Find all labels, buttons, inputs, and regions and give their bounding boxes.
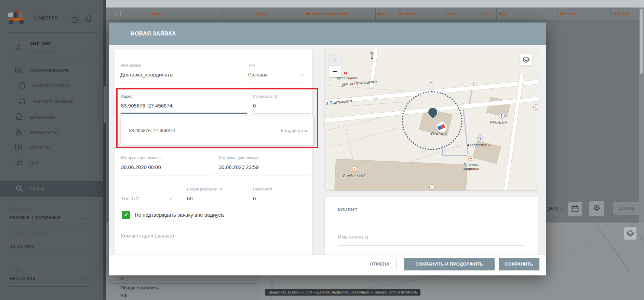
- client-name-input[interactable]: Имя клиента: [338, 234, 368, 240]
- chat-bubble-icon: [15, 159, 23, 166]
- interval-from-label: Интервал доставки от: [121, 156, 161, 160]
- sidebar: Logistics ? olsh_test GMT +03:00 ▼: [0, 0, 103, 300]
- poi-label: РРБ-Банк: [490, 120, 507, 124]
- logistics-scooter-logo: [8, 9, 25, 25]
- sidebar-item-import-orders[interactable]: ИМПОРТ ЗАЯВОК: [0, 97, 103, 106]
- page-plus-icon: [18, 82, 25, 89]
- search-icon: [16, 185, 23, 192]
- summary-partial-value: 0: [120, 276, 123, 281]
- table-scrollbar[interactable]: [639, 8, 644, 223]
- notifications-bell-icon[interactable]: [84, 14, 93, 23]
- bank-icon: $: [477, 135, 483, 141]
- column-header-address[interactable]: Адрес: [255, 11, 268, 16]
- modal-title: НОВАЯ ЗАЯВКА: [131, 31, 176, 37]
- column-header-weight[interactable]: Вес: [499, 11, 507, 16]
- column-header-volume[interactable]: Объем: [560, 11, 575, 16]
- order-name-input[interactable]: Доставка_координаты: [120, 72, 173, 77]
- street-label: Дом: [370, 52, 374, 59]
- radius-confirm-checkbox[interactable]: ✓: [122, 211, 130, 219]
- select-all-checkbox[interactable]: [115, 11, 121, 16]
- orders-table-header: Имя↑ Адрес Интервал доставки Вре… Коммен…: [106, 8, 644, 20]
- user-icon: [14, 43, 23, 54]
- bg-map-layers-button[interactable]: [624, 227, 636, 240]
- cancel-button[interactable]: ОТМЕНА: [363, 258, 397, 270]
- next-button[interactable]: ДАЛЕЕ: [613, 202, 641, 215]
- sidebar-item-planning[interactable]: ПЛАНИРОВАНИЕ: [0, 66, 103, 76]
- column-header-vehicle-type[interactable]: Тип Т/С: [613, 11, 629, 16]
- column-header-comment[interactable]: Коммен…: [398, 11, 420, 16]
- interval-filter-label: Интервал доставки: [10, 231, 46, 236]
- delivery-radius-circle: [402, 91, 462, 150]
- save-and-continue-button[interactable]: СОХРАНИТЬ И ПРОДОЛЖИТЬ: [404, 258, 495, 270]
- sidebar-item-reports[interactable]: ОТЧЕТЫ: [0, 143, 103, 153]
- page-import-arrow-icon: [18, 98, 25, 104]
- sidebar-item-new-order[interactable]: НОВАЯ ЗАЯВКА: [0, 81, 103, 91]
- one-way-arrow: →: [373, 95, 378, 100]
- svg-text:?: ?: [74, 18, 76, 22]
- order-location-map[interactable]: улица Притыцкого а Притыцкого Дом ← → М …: [325, 48, 538, 190]
- page-pin-icon: [15, 113, 23, 120]
- shop-icon: +: [429, 184, 434, 189]
- gear-icon: ⚙: [589, 203, 604, 212]
- new-order-modal: НОВАЯ ЗАЯВКА Имя заявки Доставка_координ…: [109, 23, 546, 275]
- warehouse-filter-label: Склад: [10, 267, 22, 272]
- poi-label: Самбест №2: [343, 174, 365, 178]
- chevron-down-icon: ▼: [301, 74, 304, 77]
- zoom-out-button[interactable]: −: [329, 66, 341, 77]
- shop-icon: +: [352, 167, 357, 172]
- unloading-time-label: Время разгрузки, м…: [187, 187, 226, 191]
- order-type-label: Тип: [248, 63, 255, 67]
- chevron-down-icon: ▼: [169, 198, 172, 201]
- column-header-cost[interactable]: Сто…: [481, 11, 493, 16]
- user-name: olsh_test: [30, 41, 50, 46]
- map-road: [502, 74, 524, 190]
- total-cost-value: 0 $: [120, 293, 127, 298]
- calendar-button[interactable]: [568, 202, 582, 216]
- chevron-down-icon: ▼: [84, 278, 87, 282]
- calendar-icon: [571, 205, 579, 213]
- search-placeholder: Поиск: [30, 186, 44, 191]
- order-form-card: [115, 49, 312, 275]
- order-name-label: Имя заявки: [120, 63, 141, 67]
- bar-chart-icon: [15, 144, 22, 151]
- search-input[interactable]: Поиск: [0, 181, 103, 197]
- shop-icon: +: [533, 104, 538, 110]
- address-highlight-rectangle: [116, 88, 318, 148]
- interval-to-input[interactable]: 30.06.2020 23:59: [219, 164, 259, 170]
- sort-asc-icon: ↑: [162, 11, 164, 16]
- poi-label: Планета здоровья: [459, 162, 483, 171]
- interval-from-input[interactable]: 30.06.2020 00:00: [121, 164, 161, 170]
- modal-footer: ОТМЕНА СОХРАНИТЬ И ПРОДОЛЖИТЬ СОХРАНИТЬ: [109, 255, 546, 275]
- vehicle-type-select[interactable]: Тип Т/С: [121, 196, 139, 201]
- column-header-tags[interactable]: Теги: [446, 11, 455, 16]
- goto-date-label[interactable]: дату →: [548, 205, 564, 211]
- zoom-in-button[interactable]: +: [329, 55, 341, 66]
- column-header-time[interactable]: Вре…: [377, 11, 390, 16]
- column-header-interval[interactable]: Интервал доставки: [306, 11, 349, 16]
- map-layers-button[interactable]: [520, 54, 532, 66]
- modal-header: НОВАЯ ЗАЯВКА: [109, 23, 546, 45]
- poi-label: Абсолютбанк: [467, 143, 490, 147]
- order-type-filter-label: Тип заявок: [10, 206, 30, 211]
- settings-button[interactable]: ⚙: [589, 201, 604, 216]
- chevron-down-icon: ▼: [83, 50, 86, 53]
- map-zoom-controls: + −: [329, 55, 341, 77]
- calendar-grid-icon: [15, 67, 22, 74]
- map-hint-tooltip: Выделить заявку — Ctrl + щелчок; выделит…: [265, 289, 420, 296]
- layers-icon: [522, 56, 530, 64]
- unloading-time-input[interactable]: 50: [187, 196, 193, 201]
- sidebar-scrollbar[interactable]: [103, 0, 106, 300]
- save-button[interactable]: СОХРАНИТЬ: [499, 258, 539, 270]
- priority-input[interactable]: 0: [253, 196, 256, 201]
- help-dialog-icon[interactable]: ?: [71, 15, 80, 24]
- column-header-name[interactable]: Имя↑: [152, 11, 164, 16]
- comment-input[interactable]: Комментарий (заявка): [121, 233, 174, 239]
- order-type-select[interactable]: Разовая: [248, 72, 268, 77]
- sidebar-item-routes[interactable]: МАРШРУТЫ: [0, 127, 103, 137]
- interval-to-label: Интервал доставки до: [219, 156, 259, 160]
- sidebar-item-chat[interactable]: ЧАТ: [0, 158, 103, 168]
- radius-confirm-checkbox-label[interactable]: Не подтверждать заявку вне радиуса: [135, 212, 224, 218]
- sidebar-item-templates[interactable]: ШАБЛОНЫ: [0, 112, 103, 122]
- divider: [9, 32, 98, 33]
- user-timezone: GMT +03:00: [30, 50, 53, 55]
